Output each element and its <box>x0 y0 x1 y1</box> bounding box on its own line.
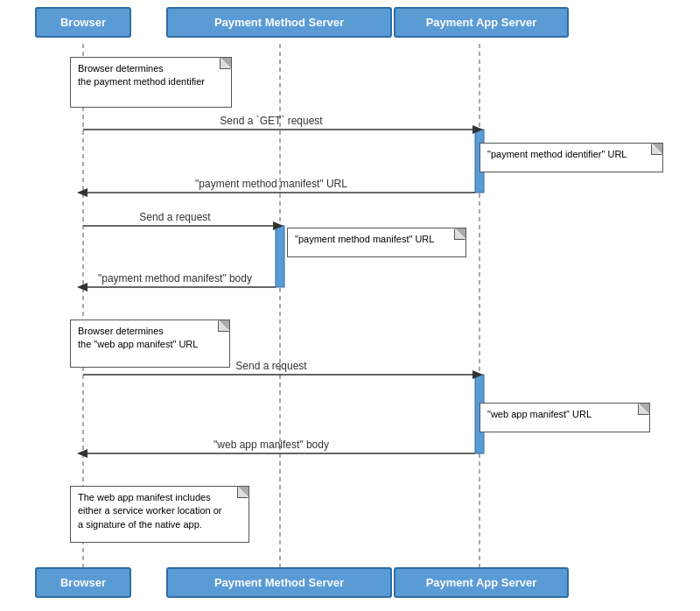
svg-marker-11 <box>273 221 284 230</box>
svg-text:Send a `GET` request: Send a `GET` request <box>220 115 323 127</box>
payment-app-server-footer: Payment App Server <box>394 567 569 598</box>
svg-marker-9 <box>77 188 88 197</box>
svg-text:"payment method manifest" URL: "payment method manifest" URL <box>195 178 347 190</box>
svg-marker-7 <box>472 125 483 134</box>
payment-app-server-header: Payment App Server <box>394 7 569 38</box>
payment-method-server-footer: Payment Method Server <box>166 567 392 598</box>
note-web-app-manifest-body: The web app manifest includes either a s… <box>70 486 249 543</box>
note-browser-determines-payment-method: Browser determines the payment method id… <box>70 57 232 108</box>
note-web-app-manifest-url: "web app manifest" URL <box>480 403 650 432</box>
browser-footer: Browser <box>35 567 131 598</box>
svg-marker-17 <box>77 449 88 458</box>
note-payment-method-identifier-url: "payment method identifier" URL <box>480 143 663 172</box>
svg-text:Send a request: Send a request <box>235 360 307 372</box>
svg-text:Send a request: Send a request <box>139 211 211 223</box>
svg-text:"web app manifest" body: "web app manifest" body <box>214 439 329 451</box>
browser-header: Browser <box>35 7 131 38</box>
note-browser-determines-web-app-manifest: Browser determines the "web app manifest… <box>70 320 230 368</box>
payment-method-server-header: Payment Method Server <box>166 7 392 38</box>
svg-marker-13 <box>77 283 88 291</box>
svg-text:"payment method manifest" body: "payment method manifest" body <box>98 272 252 284</box>
note-payment-method-manifest-url: "payment method manifest" URL <box>287 228 466 257</box>
sequence-diagram: Send a `GET` request "payment method man… <box>0 0 700 611</box>
svg-rect-4 <box>276 226 284 287</box>
svg-marker-15 <box>472 370 483 379</box>
